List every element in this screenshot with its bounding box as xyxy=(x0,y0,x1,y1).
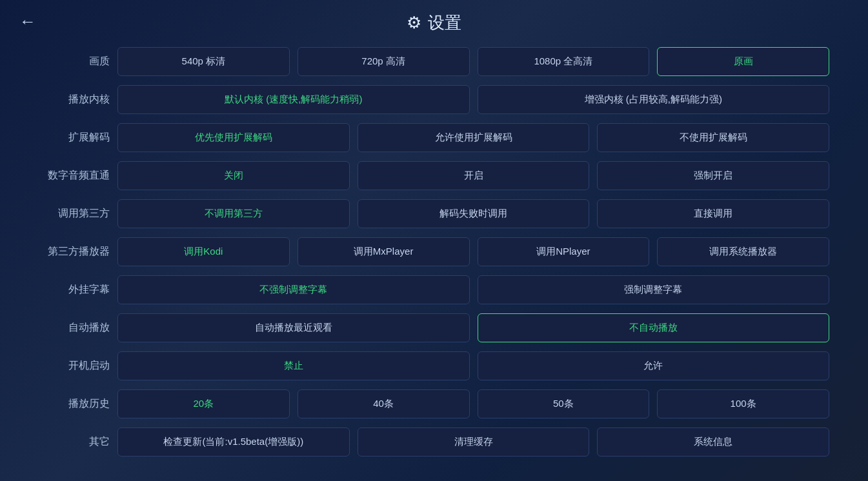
options-group: 关闭开启强制开启 xyxy=(117,161,829,190)
option-btn-0-2[interactable]: 1080p 全高清 xyxy=(478,47,650,76)
options-group: 540p 标清720p 高清1080p 全高清原画 xyxy=(117,47,829,76)
options-group: 自动播放最近观看不自动播放 xyxy=(117,313,829,342)
option-btn-2-1[interactable]: 允许使用扩展解码 xyxy=(358,123,590,152)
option-btn-9-0[interactable]: 20条 xyxy=(117,389,290,418)
option-btn-5-3[interactable]: 调用系统播放器 xyxy=(657,237,829,266)
options-group: 调用Kodi调用MxPlayer调用NPlayer调用系统播放器 xyxy=(117,237,829,266)
option-btn-3-1[interactable]: 开启 xyxy=(358,161,590,190)
option-btn-0-1[interactable]: 720p 高清 xyxy=(298,47,470,76)
setting-row: 调用第三方不调用第三方解码失败时调用直接调用 xyxy=(39,199,829,228)
option-btn-10-1[interactable]: 清理缓存 xyxy=(358,427,590,456)
row-label: 自动播放 xyxy=(39,321,110,335)
option-btn-8-1[interactable]: 允许 xyxy=(478,351,830,380)
option-btn-4-2[interactable]: 直接调用 xyxy=(597,199,829,228)
option-btn-5-1[interactable]: 调用MxPlayer xyxy=(298,237,470,266)
options-group: 检查更新(当前:v1.5beta(增强版))清理缓存系统信息 xyxy=(117,427,829,456)
row-label: 其它 xyxy=(39,435,110,449)
row-label: 播放历史 xyxy=(39,397,110,411)
option-btn-4-1[interactable]: 解码失败时调用 xyxy=(358,199,590,228)
option-btn-7-1[interactable]: 不自动播放 xyxy=(478,313,830,342)
option-btn-5-0[interactable]: 调用Kodi xyxy=(117,237,290,266)
setting-row: 播放内核默认内核 (速度快,解码能力稍弱)增强内核 (占用较高,解码能力强) xyxy=(39,85,829,114)
option-btn-0-0[interactable]: 540p 标清 xyxy=(117,47,290,76)
option-btn-6-1[interactable]: 强制调整字幕 xyxy=(478,275,830,304)
row-label: 外挂字幕 xyxy=(39,283,110,297)
row-label: 画质 xyxy=(39,55,110,68)
options-group: 不强制调整字幕强制调整字幕 xyxy=(117,275,829,304)
setting-row: 其它检查更新(当前:v1.5beta(增强版))清理缓存系统信息 xyxy=(39,427,829,456)
option-btn-2-0[interactable]: 优先使用扩展解码 xyxy=(117,123,350,152)
settings-container: 画质540p 标清720p 高清1080p 全高清原画播放内核默认内核 (速度快… xyxy=(0,41,868,472)
option-btn-8-0[interactable]: 禁止 xyxy=(117,351,470,380)
row-label: 数字音频直通 xyxy=(39,169,110,182)
setting-row: 第三方播放器调用Kodi调用MxPlayer调用NPlayer调用系统播放器 xyxy=(39,237,829,266)
option-btn-9-1[interactable]: 40条 xyxy=(298,389,470,418)
option-btn-4-0[interactable]: 不调用第三方 xyxy=(117,199,350,228)
row-label: 开机启动 xyxy=(39,359,110,373)
page-title: ⚙ 设置 xyxy=(407,12,461,34)
back-button[interactable]: ← xyxy=(19,12,36,32)
option-btn-9-2[interactable]: 50条 xyxy=(478,389,650,418)
option-btn-6-0[interactable]: 不强制调整字幕 xyxy=(117,275,470,304)
header: ← ⚙ 设置 xyxy=(0,0,868,41)
option-btn-2-2[interactable]: 不使用扩展解码 xyxy=(597,123,829,152)
options-group: 默认内核 (速度快,解码能力稍弱)增强内核 (占用较高,解码能力强) xyxy=(117,85,829,114)
option-btn-3-0[interactable]: 关闭 xyxy=(117,161,350,190)
title-text: 设置 xyxy=(428,12,461,34)
row-label: 播放内核 xyxy=(39,93,110,106)
option-btn-7-0[interactable]: 自动播放最近观看 xyxy=(117,313,470,342)
option-btn-3-2[interactable]: 强制开启 xyxy=(597,161,829,190)
row-label: 第三方播放器 xyxy=(39,245,110,259)
setting-row: 开机启动禁止允许 xyxy=(39,351,829,380)
options-group: 优先使用扩展解码允许使用扩展解码不使用扩展解码 xyxy=(117,123,829,152)
options-group: 20条40条50条100条 xyxy=(117,389,829,418)
option-btn-0-3[interactable]: 原画 xyxy=(657,47,829,76)
options-group: 不调用第三方解码失败时调用直接调用 xyxy=(117,199,829,228)
option-btn-10-0[interactable]: 检查更新(当前:v1.5beta(增强版)) xyxy=(117,427,350,456)
row-label: 扩展解码 xyxy=(39,131,110,144)
option-btn-5-2[interactable]: 调用NPlayer xyxy=(478,237,650,266)
option-btn-9-3[interactable]: 100条 xyxy=(657,389,829,418)
setting-row: 外挂字幕不强制调整字幕强制调整字幕 xyxy=(39,275,829,304)
row-label: 调用第三方 xyxy=(39,207,110,221)
setting-row: 自动播放自动播放最近观看不自动播放 xyxy=(39,313,829,342)
setting-row: 扩展解码优先使用扩展解码允许使用扩展解码不使用扩展解码 xyxy=(39,123,829,152)
setting-row: 数字音频直通关闭开启强制开启 xyxy=(39,161,829,190)
options-group: 禁止允许 xyxy=(117,351,829,380)
option-btn-10-2[interactable]: 系统信息 xyxy=(597,427,829,456)
option-btn-1-1[interactable]: 增强内核 (占用较高,解码能力强) xyxy=(478,85,830,114)
gear-icon: ⚙ xyxy=(407,13,421,33)
setting-row: 画质540p 标清720p 高清1080p 全高清原画 xyxy=(39,47,829,76)
setting-row: 播放历史20条40条50条100条 xyxy=(39,389,829,418)
option-btn-1-0[interactable]: 默认内核 (速度快,解码能力稍弱) xyxy=(117,85,470,114)
